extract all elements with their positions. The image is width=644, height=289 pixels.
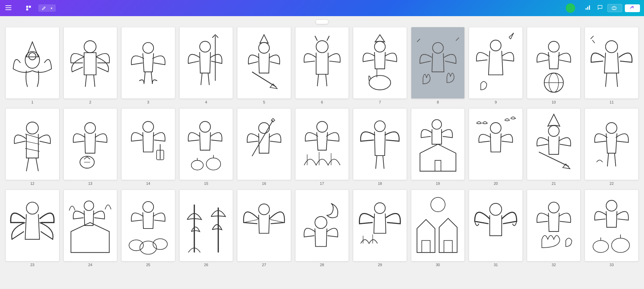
svg-point-54 <box>548 202 559 213</box>
share-button[interactable] <box>625 4 640 12</box>
page-thumbnail[interactable] <box>353 190 407 261</box>
page-thumbnail[interactable] <box>527 108 581 180</box>
page-thumbnail[interactable] <box>63 190 118 261</box>
svg-point-17 <box>259 42 269 53</box>
page-thumbnail[interactable] <box>353 108 407 180</box>
cloud-save-button[interactable] <box>72 7 76 9</box>
page-item: 23 <box>5 190 59 267</box>
page-number: 3 <box>147 100 149 104</box>
fairy-illustration <box>414 31 462 95</box>
analytics-button[interactable] <box>583 3 593 13</box>
page-thumbnail[interactable] <box>63 108 118 180</box>
fairy-illustration <box>414 112 462 176</box>
page-item: 11 <box>585 27 639 104</box>
svg-point-57 <box>612 238 630 253</box>
svg-point-36 <box>259 123 269 133</box>
svg-point-39 <box>432 120 442 129</box>
svg-point-40 <box>491 123 501 133</box>
nav-right <box>566 3 640 13</box>
page-number: 25 <box>146 263 150 267</box>
svg-point-51 <box>374 203 385 213</box>
fairy-illustration <box>588 112 636 176</box>
page-item: 32 <box>527 190 581 267</box>
page-thumbnail[interactable] <box>237 108 291 180</box>
svg-rect-2 <box>5 9 11 10</box>
page-number: 19 <box>436 181 440 185</box>
page-thumbnail[interactable] <box>121 108 175 180</box>
redo-button[interactable] <box>65 7 69 9</box>
fairy-illustration <box>472 112 520 176</box>
page-item: 10 <box>527 27 581 104</box>
page-number: 8 <box>437 100 439 104</box>
fairy-illustration <box>66 112 114 176</box>
page-thumbnail[interactable] <box>5 190 59 261</box>
page-thumbnail[interactable] <box>5 108 59 180</box>
page-thumbnail[interactable] <box>237 190 291 261</box>
page-number: 6 <box>321 100 323 104</box>
resize-button[interactable] <box>24 4 36 12</box>
svg-point-34 <box>191 160 203 170</box>
editing-button[interactable]: ▾ <box>38 4 56 12</box>
page-thumbnail[interactable] <box>121 190 175 261</box>
svg-point-37 <box>317 121 327 132</box>
svg-point-18 <box>316 41 328 53</box>
page-item: 21 <box>527 108 581 185</box>
fairy-illustration <box>8 112 56 176</box>
fairy-illustration <box>8 194 56 258</box>
page-thumbnail[interactable] <box>585 108 639 180</box>
svg-point-20 <box>369 75 390 90</box>
page-thumbnail[interactable] <box>411 190 465 261</box>
fairy-illustration <box>530 112 578 176</box>
svg-point-46 <box>129 240 143 251</box>
page-number: 15 <box>204 181 208 185</box>
file-button[interactable] <box>15 7 21 9</box>
page-number: 32 <box>552 263 556 267</box>
page-thumbnail[interactable] <box>295 27 349 99</box>
undo-button[interactable] <box>58 7 62 9</box>
page-thumbnail[interactable] <box>585 27 639 99</box>
page-thumbnail[interactable] <box>121 27 175 99</box>
page-thumbnail[interactable] <box>179 27 233 99</box>
page-thumbnail[interactable] <box>63 27 118 99</box>
page-item: 17 <box>295 108 349 185</box>
page-item: 15 <box>179 108 233 185</box>
page-number: 7 <box>379 100 381 104</box>
page-thumbnail[interactable] <box>527 190 581 261</box>
page-number: 18 <box>378 181 382 185</box>
page-thumbnail[interactable] <box>411 108 465 180</box>
svg-point-38 <box>374 121 385 132</box>
page-item: 13 <box>63 108 118 185</box>
page-item: 31 <box>469 190 523 267</box>
page-thumbnail[interactable] <box>469 190 523 261</box>
select-all-button[interactable] <box>316 19 328 24</box>
add-collaborator-button[interactable] <box>578 7 581 9</box>
fairy-illustration <box>472 31 520 95</box>
page-item: 4 <box>179 27 233 104</box>
page-number: 28 <box>320 263 324 267</box>
page-number: 22 <box>610 181 614 185</box>
svg-point-35 <box>206 158 221 170</box>
page-thumbnail[interactable] <box>585 190 639 261</box>
svg-point-33 <box>199 121 210 132</box>
page-thumbnail[interactable] <box>353 27 407 99</box>
comments-button[interactable] <box>595 3 605 13</box>
page-thumbnail[interactable] <box>5 27 59 99</box>
page-thumbnail[interactable] <box>295 108 349 180</box>
page-item: 24 <box>63 190 118 267</box>
print-with-canva-button[interactable] <box>607 4 622 12</box>
page-item: 22 <box>585 108 639 185</box>
page-thumbnail[interactable] <box>469 108 523 180</box>
page-thumbnail[interactable] <box>237 27 291 99</box>
page-thumbnail[interactable] <box>411 27 465 99</box>
fairy-illustration <box>240 112 288 176</box>
fairy-illustration <box>298 112 346 176</box>
page-thumbnail[interactable] <box>295 190 349 261</box>
page-thumbnail[interactable] <box>179 108 233 180</box>
page-thumbnail[interactable] <box>527 27 581 99</box>
hamburger-button[interactable] <box>4 4 13 12</box>
page-thumbnail[interactable] <box>179 190 233 261</box>
page-number: 10 <box>552 100 556 104</box>
page-thumbnail[interactable] <box>469 27 523 99</box>
svg-point-14 <box>84 41 96 53</box>
page-item: 16 <box>237 108 291 185</box>
